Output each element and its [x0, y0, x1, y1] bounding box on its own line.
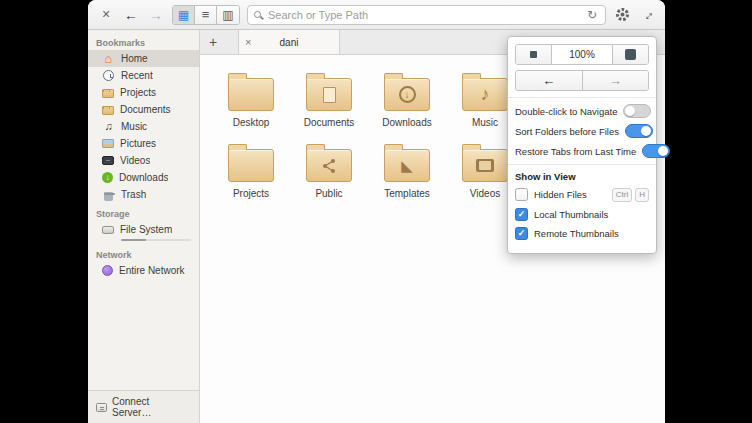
sidebar-item-downloads[interactable]: Downloads	[88, 169, 199, 186]
search-bar[interactable]	[247, 5, 606, 25]
sidebar-header-network: Network	[88, 244, 199, 262]
refresh-button[interactable]	[585, 6, 599, 24]
clock-icon	[103, 70, 114, 81]
search-input[interactable]	[266, 8, 580, 22]
menu-item-hidden-files[interactable]: Hidden Files Ctrl H	[515, 188, 649, 202]
forward-arrow-icon	[149, 7, 163, 23]
gear-icon	[615, 7, 630, 22]
expand-icon	[641, 7, 654, 22]
menu-item-restore-tabs[interactable]: Restore Tabs from Last Time	[515, 144, 649, 158]
zoom-in-button[interactable]	[612, 45, 648, 64]
hidden-files-checkbox[interactable]	[515, 188, 528, 201]
list-view-button[interactable]	[195, 6, 217, 24]
network-globe-icon	[102, 265, 113, 276]
sidebar-header-storage: Storage	[88, 203, 199, 221]
view-switcher	[172, 5, 240, 25]
videos-folder-icon	[462, 149, 508, 182]
toolbar	[88, 0, 665, 30]
folder-desktop[interactable]: Desktop	[212, 71, 290, 128]
folder-downloads[interactable]: Downloads	[368, 71, 446, 128]
sidebar-item-entire-network[interactable]: Entire Network	[88, 262, 199, 279]
settings-popover: 100% Double-click to Navigate Sort Folde…	[507, 36, 657, 254]
templates-glyph-icon	[385, 150, 429, 181]
sidebar-item-recent[interactable]: Recent	[88, 67, 199, 84]
grid-view-icon	[178, 7, 189, 22]
list-view-icon	[202, 7, 210, 22]
undo-button[interactable]	[516, 71, 583, 90]
grid-view-button[interactable]	[173, 6, 195, 24]
settings-menu-button[interactable]	[613, 6, 631, 24]
redo-arrow-icon	[609, 73, 622, 88]
tab-label: dani	[257, 37, 321, 48]
templates-folder-icon	[384, 149, 430, 182]
sidebar-item-videos[interactable]: Videos	[88, 152, 199, 169]
connect-server-button[interactable]: Connect Server…	[88, 390, 199, 423]
show-in-view-header: Show in View	[515, 171, 649, 182]
menu-item-sort-folders-first[interactable]: Sort Folders before Files	[515, 124, 649, 138]
file-manager-window: Bookmarks Home Recent Projects Documents…	[88, 0, 665, 423]
desktop-folder-icon	[228, 78, 274, 111]
forward-button[interactable]	[147, 6, 165, 24]
restore-tabs-toggle[interactable]	[642, 144, 670, 158]
column-view-icon	[222, 7, 233, 22]
folder-icon	[102, 89, 114, 98]
zoom-level: 100%	[552, 45, 612, 64]
new-tab-button[interactable]	[200, 30, 226, 54]
remote-thumbnails-checkbox[interactable]	[515, 227, 528, 240]
music-folder-icon	[462, 78, 508, 111]
toggle-knob	[658, 146, 668, 156]
sidebar-item-projects[interactable]: Projects	[88, 84, 199, 101]
documents-folder-icon	[306, 78, 352, 111]
harddrive-icon	[102, 226, 114, 234]
share-icon	[321, 158, 337, 174]
folder-templates[interactable]: Templates	[368, 142, 446, 199]
server-icon	[96, 403, 107, 412]
menu-item-local-thumbnails[interactable]: Local Thumbnails	[515, 208, 649, 221]
fullscreen-button[interactable]	[638, 6, 656, 24]
connect-server-label: Connect Server…	[112, 396, 191, 418]
home-icon	[102, 52, 115, 65]
h-key-badge: H	[635, 188, 649, 202]
zoom-out-icon	[530, 51, 537, 58]
projects-folder-icon	[228, 149, 274, 182]
video-glyph-icon	[476, 159, 494, 172]
menu-item-double-click-navigate[interactable]: Double-click to Navigate	[515, 104, 649, 118]
sidebar-item-music[interactable]: Music	[88, 118, 199, 135]
sidebar-header-bookmarks: Bookmarks	[88, 32, 199, 50]
redo-button[interactable]	[583, 71, 649, 90]
double-click-navigate-toggle[interactable]	[623, 104, 651, 118]
column-view-button[interactable]	[217, 6, 239, 24]
downloads-folder-icon	[384, 78, 430, 111]
folder-public[interactable]: Public	[290, 142, 368, 199]
tab-dani[interactable]: dani	[238, 30, 340, 54]
public-folder-icon	[306, 149, 352, 182]
zoom-controls: 100%	[515, 44, 649, 65]
plus-icon	[209, 35, 217, 50]
sidebar-item-trash[interactable]: Trash	[88, 186, 199, 203]
tab-close-icon[interactable]	[245, 37, 257, 48]
window-close-button[interactable]	[97, 6, 115, 24]
sidebar-item-file-system[interactable]: File System	[88, 221, 199, 238]
download-glyph-icon	[399, 86, 416, 103]
folder-documents[interactable]: Documents	[290, 71, 368, 128]
refresh-icon	[587, 7, 597, 22]
ctrl-key-badge: Ctrl	[612, 188, 632, 202]
music-glyph-icon	[463, 79, 507, 110]
undo-arrow-icon	[542, 73, 555, 88]
back-button[interactable]	[122, 6, 140, 24]
download-circle-icon	[102, 172, 113, 183]
sidebar-item-pictures[interactable]: Pictures	[88, 135, 199, 152]
sidebar-item-home[interactable]: Home	[88, 50, 199, 67]
close-icon	[102, 7, 110, 22]
zoom-out-button[interactable]	[516, 45, 552, 64]
menu-item-remote-thumbnails[interactable]: Remote Thumbnails	[515, 227, 649, 240]
local-thumbnails-checkbox[interactable]	[515, 208, 528, 221]
back-arrow-icon	[124, 7, 138, 23]
photo-icon	[102, 139, 114, 148]
zoom-in-icon	[625, 49, 636, 60]
toggle-knob	[641, 126, 651, 136]
sidebar-item-documents[interactable]: Documents	[88, 101, 199, 118]
folder-projects[interactable]: Projects	[212, 142, 290, 199]
sort-folders-first-toggle[interactable]	[625, 124, 653, 138]
sidebar: Bookmarks Home Recent Projects Documents…	[88, 30, 200, 423]
